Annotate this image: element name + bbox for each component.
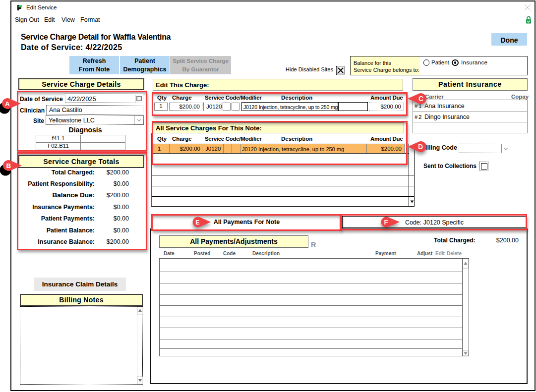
svg-text:A: A (5, 100, 10, 108)
svg-text:C: C (418, 95, 423, 103)
svg-text:D: D (418, 143, 423, 151)
svg-text:E: E (195, 219, 200, 226)
svg-text:F: F (384, 219, 388, 226)
svg-text:B: B (6, 162, 11, 169)
